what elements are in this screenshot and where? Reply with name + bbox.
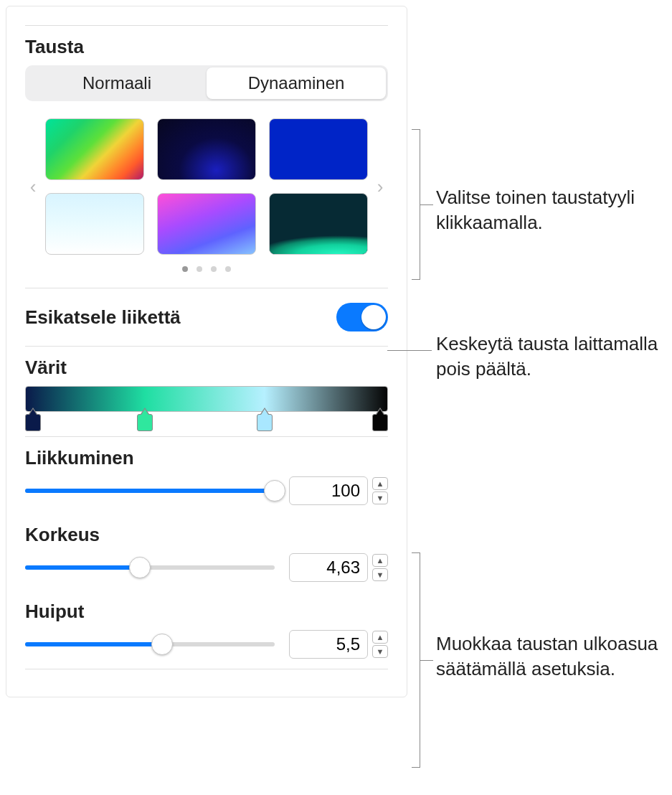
inspector-panel: Tausta Normaali Dynaaminen ‹ › Esikatsel… xyxy=(6,6,407,697)
section-title: Tausta xyxy=(25,36,388,58)
chevron-left-icon: ‹ xyxy=(30,176,37,198)
background-thumb[interactable] xyxy=(269,118,368,180)
divider xyxy=(25,25,388,26)
page-dot[interactable] xyxy=(225,266,231,272)
chevron-down-icon: ▼ xyxy=(377,570,384,579)
preview-motion-row: Esikatsele liikettä xyxy=(25,298,388,336)
stepper-down[interactable]: ▼ xyxy=(372,491,388,504)
background-thumb[interactable] xyxy=(157,118,256,180)
chevron-up-icon: ▲ xyxy=(377,633,384,641)
stepper-down[interactable]: ▼ xyxy=(372,568,388,581)
height-input[interactable] xyxy=(289,553,368,582)
movement-slider[interactable] xyxy=(25,480,275,502)
gradient-stop[interactable] xyxy=(137,414,153,431)
stepper-up[interactable]: ▲ xyxy=(372,477,388,490)
callout-gallery: Valitse toinen taustatyyli klikkaamalla. xyxy=(436,185,666,235)
gradient-bar[interactable] xyxy=(25,386,388,412)
divider xyxy=(25,346,388,347)
height-slider[interactable] xyxy=(25,557,275,578)
segment-normal[interactable]: Normaali xyxy=(27,67,207,99)
peaks-input[interactable] xyxy=(289,630,368,659)
callout-bracket xyxy=(412,552,420,768)
background-thumb[interactable] xyxy=(269,193,368,255)
chevron-up-icon: ▲ xyxy=(377,479,384,488)
background-thumb[interactable] xyxy=(45,193,144,255)
height-stepper: ▲ ▼ xyxy=(289,553,388,582)
peaks-stepper: ▲ ▼ xyxy=(289,630,388,659)
peaks-label: Huiput xyxy=(25,601,388,623)
gallery-prev[interactable]: ‹ xyxy=(25,176,41,198)
movement-stepper: ▲ ▼ xyxy=(289,476,388,505)
stepper-down[interactable]: ▼ xyxy=(372,645,388,658)
page-dot[interactable] xyxy=(211,266,217,272)
preview-motion-label: Esikatsele liikettä xyxy=(25,306,181,329)
callout-bracket xyxy=(412,129,420,280)
movement-input[interactable] xyxy=(289,476,368,505)
gallery-next[interactable]: › xyxy=(372,176,388,198)
callout-toggle: Keskeytä tausta laittamalla pois päältä. xyxy=(436,331,666,382)
chevron-down-icon: ▼ xyxy=(377,647,384,656)
gradient-stop[interactable] xyxy=(372,414,388,431)
callout-lead xyxy=(420,660,433,661)
gallery-page-dots xyxy=(25,266,388,272)
divider xyxy=(25,288,388,288)
gradient-stop[interactable] xyxy=(25,414,41,431)
gallery-grid xyxy=(45,118,368,255)
segment-dynamic[interactable]: Dynaaminen xyxy=(207,67,386,99)
background-thumb[interactable] xyxy=(157,193,256,255)
stepper-up[interactable]: ▲ xyxy=(372,554,388,567)
page-dot[interactable] xyxy=(182,266,188,272)
movement-row: ▲ ▼ xyxy=(25,476,388,505)
page-dot[interactable] xyxy=(197,266,202,272)
background-mode-segmented: Normaali Dynaaminen xyxy=(25,65,388,101)
callout-lead xyxy=(387,350,432,351)
chevron-down-icon: ▼ xyxy=(377,494,384,502)
colors-label: Värit xyxy=(25,357,388,379)
peaks-row: ▲ ▼ xyxy=(25,630,388,659)
peaks-slider[interactable] xyxy=(25,634,275,655)
gradient-stop[interactable] xyxy=(257,414,273,431)
chevron-right-icon: › xyxy=(377,176,384,198)
callout-lead xyxy=(420,204,433,205)
preview-motion-toggle[interactable] xyxy=(336,303,388,331)
chevron-up-icon: ▲ xyxy=(377,556,384,565)
height-row: ▲ ▼ xyxy=(25,553,388,582)
background-gallery: ‹ › xyxy=(25,118,388,255)
toggle-knob xyxy=(361,305,386,329)
height-label: Korkeus xyxy=(25,524,388,546)
background-thumb[interactable] xyxy=(45,118,144,180)
callout-sliders: Muokkaa taustan ulkoasua säätämällä aset… xyxy=(436,631,666,682)
divider xyxy=(25,669,388,669)
movement-label: Liikkuminen xyxy=(25,447,388,469)
stepper-up[interactable]: ▲ xyxy=(372,631,388,644)
divider xyxy=(25,436,388,437)
